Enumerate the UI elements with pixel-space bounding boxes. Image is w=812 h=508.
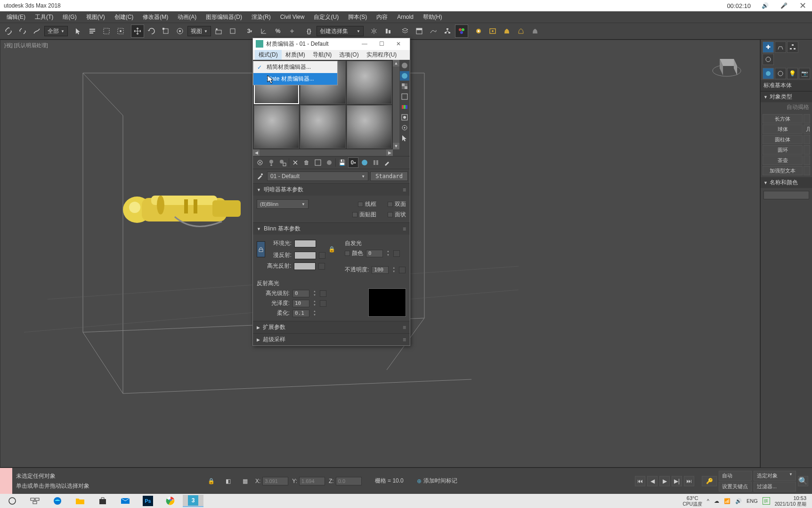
- sample-slot-5[interactable]: [300, 105, 345, 148]
- tray-date[interactable]: 2021/1/10 星期: [775, 501, 806, 507]
- ambient-swatch[interactable]: [294, 240, 316, 247]
- si-color-checkbox[interactable]: 颜色: [345, 249, 363, 257]
- tray-volume-icon[interactable]: 🔊: [735, 498, 742, 504]
- menu-scripting[interactable]: 脚本(S): [343, 12, 372, 22]
- pivot-icon[interactable]: [212, 25, 225, 38]
- key-mode-icon[interactable]: 🔑: [702, 476, 717, 486]
- render-frame-icon[interactable]: [486, 25, 499, 38]
- diffuse-swatch[interactable]: [294, 252, 316, 259]
- snap-toggle-icon[interactable]: 3▾: [243, 25, 256, 38]
- menu-animation[interactable]: 动画(A): [173, 12, 201, 22]
- sample-slot-3[interactable]: [347, 61, 392, 104]
- eyedropper-icon[interactable]: [255, 171, 265, 181]
- sample-scrollbar-h[interactable]: ◀ ▶: [253, 149, 393, 156]
- menu-edit[interactable]: 编辑(E): [2, 12, 30, 22]
- material-editor-icon[interactable]: [455, 25, 468, 38]
- two-sided-checkbox[interactable]: 双面: [388, 200, 406, 208]
- selection-filter-dropdown[interactable]: 全部▼: [44, 26, 68, 36]
- file-explorer-icon[interactable]: [70, 495, 90, 507]
- opacity-spinner[interactable]: [372, 266, 389, 274]
- name-input[interactable]: [763, 191, 809, 199]
- mat-menu-navigation[interactable]: 导航(N): [309, 50, 336, 60]
- name-color-rollout[interactable]: ▼名称和颜色: [761, 177, 812, 188]
- background-icon[interactable]: [400, 82, 409, 91]
- tray-time[interactable]: 10:53: [775, 495, 806, 501]
- put-to-library-icon[interactable]: 🗑: [301, 157, 312, 168]
- blinn-rollout-header[interactable]: ▼Blinn 基本参数 ≡: [253, 223, 410, 235]
- assign-to-selection-icon[interactable]: [277, 157, 288, 168]
- sample-slot-6[interactable]: [347, 105, 392, 148]
- tray-ime-label[interactable]: ENG: [747, 498, 758, 504]
- cameras-subtab-icon[interactable]: 📷: [799, 68, 810, 79]
- sample-type-icon[interactable]: [400, 61, 409, 70]
- auto-key-button[interactable]: 自动: [719, 471, 752, 481]
- menu-create[interactable]: 创建(C): [110, 12, 138, 22]
- menu-help[interactable]: 帮助(H): [418, 12, 447, 22]
- compact-material-editor-item[interactable]: ✓ 精简材质编辑器...: [253, 61, 337, 73]
- toggle-ribbon-icon[interactable]: [413, 25, 426, 38]
- photoshop-icon[interactable]: Ps: [138, 495, 158, 507]
- named-set-dropdown[interactable]: 创建选择集▼: [317, 26, 364, 36]
- textplus-button[interactable]: 加强型文本: [763, 166, 803, 175]
- hierarchy-tab-icon[interactable]: [787, 41, 798, 53]
- move-icon[interactable]: [131, 25, 144, 38]
- material-type-button[interactable]: Standard: [370, 172, 408, 181]
- mat-menu-mode[interactable]: 模式(D): [255, 50, 282, 60]
- render-setup-icon[interactable]: [472, 25, 485, 38]
- rotate-icon[interactable]: [145, 25, 158, 38]
- scroll-right-icon[interactable]: ▶: [386, 149, 393, 156]
- backlight-icon[interactable]: [400, 71, 409, 81]
- menu-modifiers[interactable]: 修改器(M): [138, 12, 173, 22]
- faceted-checkbox[interactable]: 面状: [388, 211, 406, 219]
- pick-material-icon[interactable]: [382, 157, 392, 168]
- mat-titlebar[interactable]: 材质编辑器 - 01 - Default — ☐ ✕: [253, 38, 410, 50]
- preview-icon[interactable]: [400, 113, 409, 122]
- y-coord-input[interactable]: [299, 477, 325, 485]
- options-icon[interactable]: [400, 123, 409, 132]
- slate-material-editor-item[interactable]: Slate 材质编辑器...: [253, 73, 337, 85]
- set-key-button[interactable]: 设置关键点: [719, 482, 752, 492]
- specular-map-button[interactable]: [318, 263, 325, 270]
- mat-minimize-icon[interactable]: —: [356, 38, 373, 49]
- show-standard-map-icon[interactable]: 0▪: [348, 157, 358, 168]
- schematic-icon[interactable]: [441, 25, 454, 38]
- modify-tab-icon[interactable]: [775, 41, 786, 53]
- material-id-icon[interactable]: [313, 157, 323, 168]
- ref-coord-dropdown[interactable]: 视图▼: [187, 26, 211, 36]
- menu-customize[interactable]: 自定义(U): [309, 12, 343, 22]
- viewcube[interactable]: [708, 45, 746, 82]
- curve-editor-icon[interactable]: [427, 25, 440, 38]
- glossiness-map-button[interactable]: [320, 300, 326, 307]
- glossiness-spinner[interactable]: [292, 300, 309, 307]
- chrome-icon[interactable]: [160, 495, 181, 507]
- tube-button[interactable]: [804, 135, 810, 144]
- mirror-icon[interactable]: [367, 25, 381, 38]
- placement-icon[interactable]: [173, 25, 187, 38]
- si-color-spinner[interactable]: [366, 250, 383, 257]
- teapot-button[interactable]: 茶壶: [763, 156, 803, 165]
- render-last-icon[interactable]: [528, 25, 542, 38]
- time-tag-icon[interactable]: ⊕: [417, 478, 422, 484]
- auto-grid-checkbox[interactable]: 自动揭格: [761, 102, 812, 112]
- unlink-icon[interactable]: [16, 25, 29, 38]
- manipulate-icon[interactable]: [226, 25, 239, 38]
- extra-button[interactable]: [804, 166, 810, 175]
- menu-group[interactable]: 组(G): [58, 12, 81, 22]
- task-view-icon[interactable]: [24, 495, 45, 507]
- material-name-input[interactable]: 01 - Default▼: [267, 172, 368, 181]
- scroll-left-icon[interactable]: ◀: [253, 149, 260, 156]
- show-end-result-icon[interactable]: [324, 157, 334, 168]
- rect-select-icon[interactable]: [100, 25, 113, 38]
- nav-search-icon[interactable]: 🔍: [798, 476, 808, 486]
- pyramid-button[interactable]: [804, 145, 810, 155]
- ambient-diffuse-lock-icon[interactable]: [257, 241, 265, 257]
- menu-rendering[interactable]: 渲染(R): [247, 12, 276, 22]
- sample-slot-4[interactable]: [254, 105, 299, 148]
- menu-tools[interactable]: 工具(T): [30, 12, 58, 22]
- tray-input-icon[interactable]: 拼: [763, 497, 770, 505]
- mat-maximize-icon[interactable]: ☐: [373, 38, 390, 49]
- lock-selection-icon[interactable]: 🔒: [204, 475, 218, 488]
- key-selected-dropdown[interactable]: 选定对象▼: [754, 471, 796, 481]
- select-icon[interactable]: [72, 25, 85, 38]
- category-dropdown[interactable]: 标准基本体: [761, 80, 812, 91]
